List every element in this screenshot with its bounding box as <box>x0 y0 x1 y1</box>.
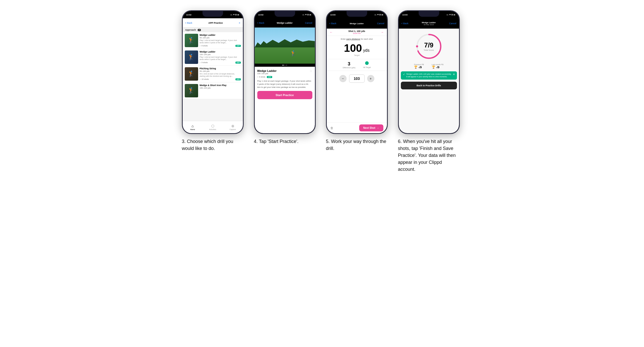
hit-circle-icon <box>365 61 369 65</box>
decrease-button[interactable]: − <box>339 75 347 82</box>
drill-image-1: 🏌️ <box>185 50 198 64</box>
close-toast-icon[interactable]: ✕ <box>453 73 455 76</box>
prev-arrow[interactable]: ← <box>330 30 333 34</box>
practice-image: 🏌️ <box>255 28 315 64</box>
prev-pb-label: Previous PB <box>414 64 424 65</box>
signal-icon-3: ▪▪▪ <box>374 14 376 16</box>
increase-button[interactable]: + <box>367 75 374 82</box>
section-label: Approach <box>185 29 196 31</box>
drill-yds-p2: 100–140 yds <box>257 72 277 75</box>
cancel-button-2[interactable]: Cancel <box>305 22 312 24</box>
drill-desc-1: Play 1 shot at each target yardage. If y… <box>200 56 241 61</box>
input-row: − 103 + <box>327 72 387 85</box>
metrics-row: 3 Difference (yds) Hit Target <box>327 59 387 71</box>
nav-title-3: Wedge Ladder <box>336 22 377 25</box>
drill-desc-2: Hit 1 shot at each of the 10 target dist… <box>200 73 241 77</box>
toast-text: 'Wedge Ladder (100–140 yds)' was created… <box>406 73 452 78</box>
drill-info-3: Wedge & Short Iron Play 100–140 yds <box>200 84 241 97</box>
phone-col-2: 13:02 ▪▪▪ ≋ ▮ 46 < Back Wedge Ladder Can… <box>254 10 318 145</box>
drill-name-0: Wedge Ladder <box>200 34 241 36</box>
drill-item-1[interactable]: 🏌️ Wedge Ladder 100–140 yds Play 1 shot … <box>183 49 243 66</box>
prev-pb-item: Previous PB 🏆 -/9 <box>414 64 424 69</box>
tab-activities[interactable]: ⬡ Activities <box>203 121 223 133</box>
phone-screen-3: 13:03 ▪▪▪ ≋ ▮ 46 < Back Wedge Ladder Can… <box>327 11 387 133</box>
trophy-icon-last: 🏆 <box>432 65 435 69</box>
back-button-4[interactable]: < Back <box>401 22 409 25</box>
golfer-figure: 🏌️ <box>290 50 297 56</box>
status-icons-4: ▪▪▪ ≋ ▮ 46 <box>446 14 455 16</box>
score-sub: Total Score <box>424 49 434 51</box>
nav-date-4: 06 Mar 2023 <box>408 24 449 26</box>
phone-frame-4: 13:03 ▪▪▪ ≋ ▮ 46 < Back Wedge Ladder 06 … <box>398 10 460 134</box>
drill-image-2: 🏌️ <box>185 67 198 81</box>
cancel-button-4[interactable]: Cancel <box>449 22 456 25</box>
drill-info-p2: Wedge Ladder 100–140 yds <box>257 69 277 75</box>
nav-bar-4: < Back Wedge Ladder 06 Mar 2023 Cancel <box>399 18 459 29</box>
drill-footer-1: ○ 9 shots APP <box>200 61 241 64</box>
shot-input[interactable]: 103 <box>349 74 365 83</box>
phone-screen-2: 13:02 ▪▪▪ ≋ ▮ 46 < Back Wedge Ladder Can… <box>255 11 315 133</box>
section-badge: 7 <box>198 29 201 31</box>
signal-icon-2: ▪▪▪ <box>302 14 304 16</box>
trophy-icon-prev: 🏆 <box>414 65 418 69</box>
golfer-icon-1: 🏌️ <box>188 54 195 61</box>
back-button-2[interactable]: < Back <box>257 22 264 24</box>
battery-icon-3: ▮ <box>380 14 381 16</box>
drill-item-2[interactable]: 🏌️ Pitching String 55–100 yds Hit 1 shot… <box>183 66 243 82</box>
shot-nav: ← Shot 1, 100 yds Score 5/9 → <box>327 29 387 36</box>
status-time-3: 13:03 <box>330 14 336 16</box>
next-arrow[interactable]: → <box>381 30 384 34</box>
app-badge-1: APP <box>235 62 241 64</box>
tab-home[interactable]: ⌂ Home <box>183 121 203 133</box>
menu-icon-1[interactable]: ≡ <box>239 22 240 24</box>
difference-label: Difference (yds) <box>343 67 355 69</box>
battery-icon-2: ▮ <box>307 14 308 16</box>
back-button-3[interactable]: < Back <box>329 22 337 25</box>
score-big: 7/9 <box>424 42 434 48</box>
next-shot-button[interactable]: Next Shot → <box>359 124 383 131</box>
phones-row: 13:02 ▪▪▪ ≋ ▮ 46 < Back APP Practice ≡ <box>142 10 502 173</box>
clock-icon-0: ○ <box>200 45 201 47</box>
nav-bar-2: < Back Wedge Ladder Cancel <box>255 18 315 28</box>
phone-frame-2: 13:02 ▪▪▪ ≋ ▮ 46 < Back Wedge Ladder Can… <box>254 10 316 134</box>
star-icon-p2: ☆ <box>310 69 312 73</box>
phone-col-3: 13:03 ▪▪▪ ≋ ▮ 46 < Back Wedge Ladder Can… <box>326 10 390 152</box>
nav-title-1: APP Practice <box>192 22 239 24</box>
caption-1: 3. Choose which drill you would like to … <box>182 138 244 152</box>
drill-desc-0: Play 1 shot at each target yardage. If y… <box>200 39 241 44</box>
back-button-1[interactable]: < Back <box>185 22 192 24</box>
phone-notch-3 <box>347 11 367 17</box>
dot-3 <box>286 65 287 66</box>
drill-thumb-1: 🏌️ <box>185 50 198 64</box>
start-practice-button[interactable]: Start Practice <box>257 91 312 99</box>
drill-name-p2: Wedge Ladder <box>257 69 277 72</box>
caption-2: 4. Tap 'Start Practice'. <box>254 138 316 145</box>
golfer-icon-3: 🏌️ <box>188 87 195 94</box>
last-pb-item: Last month PB 🏆 -/9 <box>432 64 444 69</box>
drill-yds-1: 100–140 yds <box>200 53 241 56</box>
phone-screen-1: 13:02 ▪▪▪ ≋ ▮ 46 < Back APP Practice ≡ <box>183 11 243 133</box>
phone-notch-2 <box>275 11 295 17</box>
phone-screen-4: 13:03 ▪▪▪ ≋ ▮ 46 < Back Wedge Ladder 06 … <box>399 11 459 133</box>
battery-icon: ▮ <box>235 14 236 16</box>
drill-item-0[interactable]: 🏌️ Wedge Ladder 50–100 yds Play 1 shot a… <box>183 32 243 49</box>
drill-header-row: Wedge Ladder 100–140 yds ☆ <box>257 69 312 75</box>
nav-title-4: Wedge Ladder <box>408 21 449 24</box>
status-time-4: 13:03 <box>402 14 408 16</box>
cancel-button-3[interactable]: Cancel <box>377 22 384 25</box>
drill-image-3: 🏌️ <box>185 84 198 97</box>
pb-row: Previous PB 🏆 -/9 Last month PB 🏆 -/9 <box>399 62 459 70</box>
back-to-drills-button[interactable]: Back to Practice Drills <box>401 82 457 89</box>
last-pb-label: Last month PB <box>432 64 444 65</box>
drill-thumb-0: 🏌️ <box>185 34 198 47</box>
tab-capture[interactable]: ⊕ Capture <box>223 121 243 133</box>
delete-icon[interactable]: 🗑 <box>330 126 333 130</box>
drill-footer-2: ○ 10 shots APP <box>200 78 241 80</box>
status-icons-2: ▪▪▪ ≋ ▮ 46 <box>302 14 311 16</box>
home-icon: ⌂ <box>191 124 193 128</box>
success-toast: ✓ 'Wedge Ladder (100–140 yds)' was creat… <box>401 71 457 80</box>
caption-4: 6. When you've hit all your shots, tap '… <box>398 138 460 173</box>
drill-item-3[interactable]: 🏌️ Wedge & Short Iron Play 100–140 yds <box>183 82 243 99</box>
nav-center-3: Wedge Ladder <box>336 22 377 25</box>
wifi-icon-2: ≋ <box>305 14 307 16</box>
